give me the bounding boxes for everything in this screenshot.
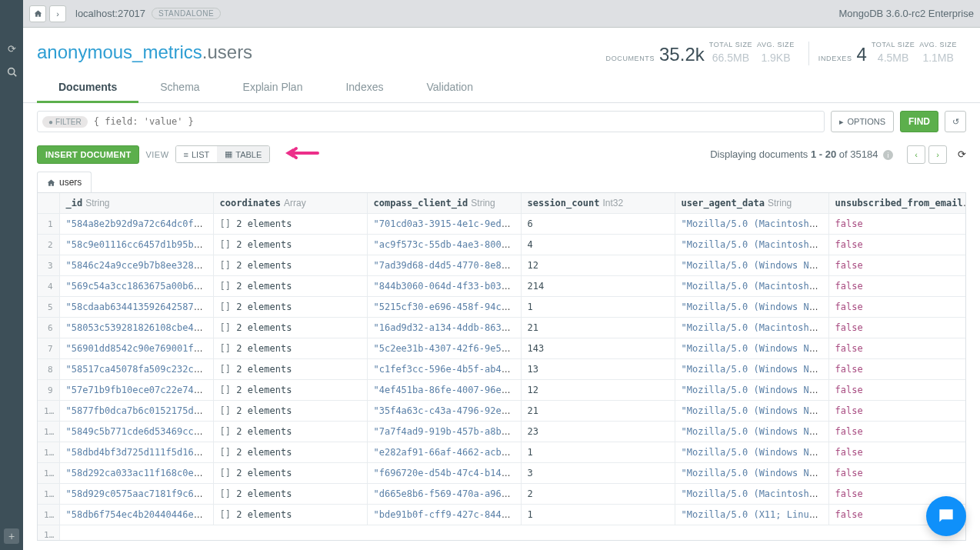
cell-session-count[interactable]: 12: [521, 380, 675, 401]
cell-coordinates[interactable]: [] 2 elements: [213, 359, 367, 380]
cell-user-agent[interactable]: "Mozilla/5.0 (Windows NT 10.: [675, 255, 828, 276]
chevron-right-icon[interactable]: ›: [49, 5, 66, 22]
cell-unsubscribed[interactable]: false: [828, 422, 966, 442]
cell-id[interactable]: "58db6f754ec4b20440446e45": [59, 505, 213, 525]
cell-user-agent[interactable]: "Mozilla/5.0 (Macintosh; Int: [675, 276, 828, 297]
cell-compass-client-id[interactable]: "5c2ee31b-4307-42f6-9e5e-648: [367, 338, 521, 359]
column-header[interactable]: user_agent_dataString: [675, 193, 828, 214]
cell-unsubscribed[interactable]: false: [828, 276, 966, 297]
cell-coordinates[interactable]: [] 2 elements: [213, 422, 367, 442]
cell-user-agent[interactable]: "Mozilla/5.0 (Windows NT 6.1: [675, 359, 828, 380]
prev-page-button[interactable]: ‹: [907, 145, 925, 164]
cell-id[interactable]: "58cdaab634413592642587fc": [59, 297, 213, 318]
cell-user-agent[interactable]: "Mozilla/5.0 (Windows NT 10.: [675, 380, 828, 401]
cell-session-count[interactable]: 1: [521, 297, 675, 318]
tab-validation[interactable]: Validation: [405, 76, 494, 102]
cell-compass-client-id[interactable]: "701cd0a3-3915-4e1c-9ed4-be0: [367, 214, 521, 235]
table-row[interactable]: 14"58d929c0575aac7181f9c6ca"[] 2 element…: [38, 484, 966, 505]
cell-coordinates[interactable]: [] 2 elements: [213, 235, 367, 255]
table-row[interactable]: 1"584a8e2b92d9a72c64dc0f90"[] 2 elements…: [38, 214, 966, 235]
table-row[interactable]: 3"5846c24a9cce9b7b8ee32812"[] 2 elements…: [38, 255, 966, 276]
cell-id[interactable]: "58053c539281826108cbe43f": [59, 318, 213, 338]
cell-id[interactable]: "56901dd8542c90e769001fa7": [59, 338, 213, 359]
cell-session-count[interactable]: 13: [521, 359, 675, 380]
cell-compass-client-id[interactable]: "c1fef3cc-596e-4b5f-ab44-1ca: [367, 359, 521, 380]
cell-coordinates[interactable]: [] 2 elements: [213, 214, 367, 235]
cell-user-agent[interactable]: "Mozilla/5.0 (Windows NT 6.1: [675, 463, 828, 484]
column-header[interactable]: _idString: [59, 193, 213, 214]
cell-id[interactable]: "58d292ca033ac11f168c0ef7": [59, 463, 213, 484]
cell-session-count[interactable]: 23: [521, 422, 675, 442]
cell-session-count[interactable]: 4: [521, 235, 675, 255]
cell-user-agent[interactable]: "Mozilla/5.0 (Windows NT 10.: [675, 297, 828, 318]
cell-compass-client-id[interactable]: "f696720e-d54b-47c4-b146-31b: [367, 463, 521, 484]
cell-unsubscribed[interactable]: false: [828, 380, 966, 401]
table-row[interactable]: 4"569c54a3cc1863675a00b66e"[] 2 elements…: [38, 276, 966, 297]
cell-compass-client-id[interactable]: "844b3060-064d-4f33-b037-306: [367, 276, 521, 297]
cell-user-agent[interactable]: "Mozilla/5.0 (X11; Linux x86: [675, 505, 828, 525]
cell-session-count[interactable]: 2: [521, 484, 675, 505]
find-button[interactable]: FIND: [900, 111, 938, 132]
table-row[interactable]: 6"58053c539281826108cbe43f"[] 2 elements…: [38, 318, 966, 338]
cell-compass-client-id[interactable]: "7a7f4ad9-919b-457b-a8b2-b4a: [367, 422, 521, 442]
column-header[interactable]: coordinatesArray: [213, 193, 367, 214]
cell-session-count[interactable]: 21: [521, 318, 675, 338]
table-row[interactable]: 12"58dbd4bf3d725d111f5d16b8"[] 2 element…: [38, 442, 966, 463]
cell-session-count[interactable]: 21: [521, 401, 675, 422]
add-button[interactable]: +: [4, 528, 19, 544]
cell-unsubscribed[interactable]: false: [828, 359, 966, 380]
refresh-docs-button[interactable]: ⟳: [958, 148, 966, 160]
cell-user-agent[interactable]: "Mozilla/5.0 (Macintosh; Int: [675, 235, 828, 255]
cell-coordinates[interactable]: [] 2 elements: [213, 484, 367, 505]
table-view-button[interactable]: ▦ TABLE: [217, 146, 269, 162]
cell-coordinates[interactable]: [] 2 elements: [213, 297, 367, 318]
cell-session-count[interactable]: 6: [521, 214, 675, 235]
cell-compass-client-id[interactable]: "ac9f573c-55db-4ae3-8007-b1c: [367, 235, 521, 255]
table-row[interactable]: 5"58cdaab634413592642587fc"[] 2 elements…: [38, 297, 966, 318]
cell-coordinates[interactable]: [] 2 elements: [213, 463, 367, 484]
cell-unsubscribed[interactable]: false: [828, 401, 966, 422]
filter-input[interactable]: [94, 116, 820, 127]
cell-session-count[interactable]: 12: [521, 255, 675, 276]
cell-unsubscribed[interactable]: false: [828, 318, 966, 338]
cell-id[interactable]: "569c54a3cc1863675a00b66e": [59, 276, 213, 297]
cell-session-count[interactable]: 1: [521, 505, 675, 525]
cell-unsubscribed[interactable]: false: [828, 214, 966, 235]
cell-id[interactable]: "58dbd4bf3d725d111f5d16b8": [59, 442, 213, 463]
cell-compass-client-id[interactable]: "35f4a63c-c43a-4796-92e8-d05: [367, 401, 521, 422]
cell-user-agent[interactable]: "Mozilla/5.0 (Macintosh; Int: [675, 318, 828, 338]
cell-coordinates[interactable]: [] 2 elements: [213, 380, 367, 401]
cell-id[interactable]: "5877fb0dca7b6c0152175d3f": [59, 401, 213, 422]
tab-explain[interactable]: Explain Plan: [222, 76, 325, 102]
cell-session-count[interactable]: 1: [521, 442, 675, 463]
cell-id[interactable]: "58d929c0575aac7181f9c6ca": [59, 484, 213, 505]
search-icon[interactable]: [0, 60, 23, 83]
column-header[interactable]: compass_client_idString: [367, 193, 521, 214]
cell-unsubscribed[interactable]: false: [828, 235, 966, 255]
cell-session-count[interactable]: 3: [521, 463, 675, 484]
cell-compass-client-id[interactable]: "7ad39d68-d4d5-4770-8e8b-5b8: [367, 255, 521, 276]
cell-coordinates[interactable]: [] 2 elements: [213, 255, 367, 276]
table-row[interactable]: 9"57e71b9fb10ece07c22e74a5"[] 2 elements…: [38, 380, 966, 401]
cell-id[interactable]: "58517ca45078fa509c232c09": [59, 359, 213, 380]
table-row[interactable]: 13"58d292ca033ac11f168c0ef7"[] 2 element…: [38, 463, 966, 484]
cell-unsubscribed[interactable]: false: [828, 297, 966, 318]
cell-unsubscribed[interactable]: false: [828, 463, 966, 484]
table-row[interactable]: 10"5877fb0dca7b6c0152175d3f"[] 2 element…: [38, 401, 966, 422]
next-page-button[interactable]: ›: [928, 145, 947, 164]
cell-compass-client-id[interactable]: "d665e8b6-f569-470a-a963-5db: [367, 484, 521, 505]
table-row[interactable]: 8"58517ca45078fa509c232c09"[] 2 elements…: [38, 359, 966, 380]
cell-session-count[interactable]: 214: [521, 276, 675, 297]
cell-coordinates[interactable]: [] 2 elements: [213, 442, 367, 463]
cell-compass-client-id[interactable]: "4ef451ba-86fe-4007-96e6-996: [367, 380, 521, 401]
table-row[interactable]: 11"5849c5b771cde6d53469cc14"[] 2 element…: [38, 422, 966, 442]
info-icon[interactable]: i: [883, 150, 893, 160]
cell-compass-client-id[interactable]: "16ad9d32-a134-4ddb-8635-8ec: [367, 318, 521, 338]
insert-document-button[interactable]: INSERT DOCUMENT: [37, 145, 139, 164]
cell-user-agent[interactable]: "Mozilla/5.0 (Windows NT 10.: [675, 422, 828, 442]
cell-coordinates[interactable]: [] 2 elements: [213, 276, 367, 297]
tab-documents[interactable]: Documents: [37, 76, 138, 103]
cell-id[interactable]: "5846c24a9cce9b7b8ee32812": [59, 255, 213, 276]
cell-unsubscribed[interactable]: false: [828, 255, 966, 276]
reset-button[interactable]: ↺: [945, 111, 966, 132]
